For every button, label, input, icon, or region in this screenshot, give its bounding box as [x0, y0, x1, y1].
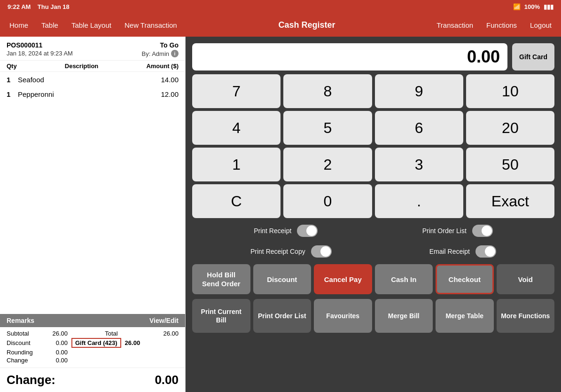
admin-info: By: Admin i	[141, 50, 179, 57]
rounding-label: Rounding	[7, 349, 44, 356]
change-row: Change: 0.00	[0, 368, 185, 392]
cancel-pay-button[interactable]: Cancel Pay	[314, 264, 372, 294]
amount-display: 0.00	[192, 43, 507, 71]
col-description: Description	[65, 63, 99, 70]
numpad-key-2[interactable]: 2	[283, 148, 372, 181]
top-nav: Home Table Table Layout New Transaction …	[0, 13, 561, 37]
print-order-list-label: Print Order List	[422, 227, 467, 235]
cash-in-button[interactable]: Cash In	[375, 264, 433, 294]
info-icon[interactable]: i	[171, 50, 179, 57]
right-panel: 0.00 Gift Card 7 8 9 10 4 5 6 20 1 2 3 5…	[186, 37, 561, 392]
numpad-container: 0.00 Gift Card 7 8 9 10 4 5 6 20 1 2 3 5…	[192, 43, 554, 218]
numpad-key-20[interactable]: 20	[466, 111, 554, 145]
toggle-row: Print Receipt Print Order List	[192, 223, 554, 239]
nav-table[interactable]: Table	[41, 21, 58, 29]
print-order-list-button[interactable]: Print Order List	[253, 299, 312, 333]
numpad-key-exact[interactable]: Exact	[466, 184, 554, 218]
battery-label: 100%	[524, 3, 540, 10]
item-qty-2: 1	[7, 90, 14, 98]
receipt-type: To Go	[160, 41, 179, 49]
nav-home[interactable]: Home	[9, 21, 28, 29]
receipt-by: By: Admin	[141, 50, 169, 57]
email-receipt-label: Email Receipt	[429, 248, 470, 255]
numpad-key-50[interactable]: 50	[466, 148, 554, 181]
remarks-label: Remarks	[7, 317, 34, 324]
numpad-key-1[interactable]: 1	[192, 148, 280, 181]
hold-bill-send-order-button[interactable]: Hold Bill Send Order	[192, 264, 250, 294]
status-bar: 9:22 AM Thu Jan 18 📶 100% ▮▮▮	[0, 0, 561, 13]
discount-label: Discount	[7, 339, 44, 346]
more-functions-button[interactable]: More Functions	[497, 299, 555, 333]
print-receipt-toggle[interactable]	[297, 225, 318, 237]
col-qty: Qty	[7, 63, 17, 70]
item-left-1: 1 Seafood	[7, 76, 44, 84]
favourites-button[interactable]: Favourites	[314, 299, 372, 333]
numpad-key-dot[interactable]: .	[375, 184, 463, 218]
send-order-label: Send Order	[202, 280, 241, 288]
change-row-totals: Change 0.00	[7, 357, 179, 364]
col-amount: Amount ($)	[146, 63, 179, 70]
total-value: 26.00	[155, 330, 179, 337]
numpad-grid: 7 8 9 10 4 5 6 20 1 2 3 50 C 0 . Exact	[192, 74, 554, 218]
receipt-columns: Qty Description Amount ($)	[0, 61, 185, 72]
status-date: Thu Jan 18	[38, 3, 70, 10]
numpad-key-3[interactable]: 3	[375, 148, 463, 181]
nav-logout[interactable]: Logout	[530, 21, 552, 29]
receipt-item[interactable]: 1 Seafood 14.00	[7, 76, 179, 84]
print-order-list-toggle[interactable]	[472, 225, 493, 237]
nav-functions[interactable]: Functions	[486, 21, 517, 29]
rounding-value: 0.00	[44, 349, 68, 356]
main-layout: POS000011 To Go Jan 18, 2024 at 9:23 AM …	[0, 37, 561, 392]
nav-left: Home Table Table Layout New Transaction	[9, 21, 177, 29]
print-receipt-label: Print Receipt	[254, 227, 291, 235]
numpad-key-9[interactable]: 9	[375, 74, 463, 108]
receipt-panel: POS000011 To Go Jan 18, 2024 at 9:23 AM …	[0, 37, 186, 392]
pos-id: POS000011	[7, 41, 42, 49]
email-receipt-toggle[interactable]	[475, 245, 496, 258]
numpad-key-5[interactable]: 5	[283, 111, 372, 145]
print-receipt-toggle-group: Print Receipt	[254, 225, 318, 237]
receipt-item[interactable]: 1 Pepperonni 12.00	[7, 90, 179, 98]
nav-title: Cash Register	[177, 20, 437, 30]
item-amount-2: 12.00	[161, 90, 179, 98]
nav-table-layout[interactable]: Table Layout	[71, 21, 111, 29]
print-current-bill-button[interactable]: Print Current Bill	[192, 299, 250, 333]
nav-transaction[interactable]: Transaction	[436, 21, 473, 29]
subtotal-row: Subtotal 26.00 Total 26.00	[7, 330, 179, 337]
checkout-button[interactable]: Checkout	[436, 264, 494, 294]
remarks-header: Remarks View/Edit	[0, 314, 185, 327]
item-name-2: Pepperonni	[18, 90, 54, 98]
subtotal-value: 26.00	[44, 330, 68, 337]
action-row: Hold Bill Send Order Discount Cancel Pay…	[192, 264, 554, 294]
discount-giftcard-row: Discount 0.00 Gift Card (423) 26.00	[7, 338, 179, 348]
item-amount-1: 14.00	[161, 76, 179, 84]
numpad-key-clear[interactable]: C	[192, 184, 280, 218]
battery-icon: ▮▮▮	[544, 3, 553, 10]
receipt-items: 1 Seafood 14.00 1 Pepperonni 12.00	[0, 72, 185, 314]
discount-value: 0.00	[44, 339, 68, 346]
gift-card-button[interactable]: Gift Card	[512, 43, 554, 71]
numpad-key-6[interactable]: 6	[375, 111, 463, 145]
discount-button[interactable]: Discount	[253, 264, 312, 294]
status-right: 📶 100% ▮▮▮	[513, 3, 553, 10]
print-receipt-copy-toggle[interactable]	[311, 245, 332, 258]
gift-card-value: 26.00	[125, 339, 140, 346]
numpad-key-0[interactable]: 0	[283, 184, 372, 218]
numpad-key-7[interactable]: 7	[192, 74, 280, 108]
void-button[interactable]: Void	[497, 264, 555, 294]
numpad-area: 0.00 Gift Card 7 8 9 10 4 5 6 20 1 2 3 5…	[192, 43, 554, 218]
nav-new-transaction[interactable]: New Transaction	[125, 21, 177, 29]
numpad-key-4[interactable]: 4	[192, 111, 280, 145]
merge-bill-button[interactable]: Merge Bill	[375, 299, 433, 333]
status-time: 9:22 AM	[8, 3, 31, 10]
change-display-value: 0.00	[155, 373, 179, 387]
view-edit-link[interactable]: View/Edit	[149, 317, 179, 324]
numpad-key-10[interactable]: 10	[466, 74, 554, 108]
hold-bill-label: Hold Bill	[207, 271, 235, 279]
numpad-key-8[interactable]: 8	[283, 74, 372, 108]
merge-table-button[interactable]: Merge Table	[436, 299, 494, 333]
email-receipt-toggle-group: Email Receipt	[429, 245, 496, 258]
item-qty-1: 1	[7, 76, 14, 84]
print-receipt-copy-label: Print Receipt Copy	[250, 248, 305, 255]
item-name-1: Seafood	[18, 76, 44, 84]
